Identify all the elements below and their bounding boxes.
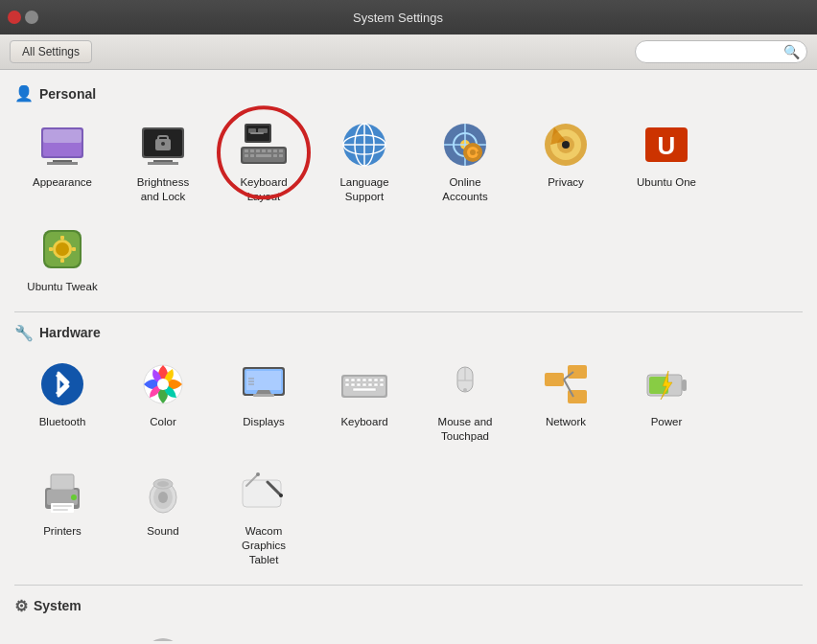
system-item-1-icon xyxy=(37,632,87,642)
svg-rect-19 xyxy=(245,150,248,152)
hardware-items-grid: Bluetooth Color xyxy=(14,352,803,451)
sound-icon xyxy=(138,469,188,518)
toolbar: All Settings 🔍 xyxy=(0,34,817,70)
privacy-label: Privacy xyxy=(548,175,584,190)
keyboard-layout-item[interactable]: KeyboardLayout xyxy=(216,112,312,212)
search-icon: 🔍 xyxy=(783,44,800,59)
sound-item[interactable]: Sound xyxy=(115,461,211,575)
bluetooth-label: Bluetooth xyxy=(39,415,86,429)
svg-rect-23 xyxy=(268,150,271,152)
svg-rect-98 xyxy=(682,380,687,391)
personal-items-grid: Appearance Brightnessand Lock xyxy=(14,112,803,302)
svg-rect-104 xyxy=(51,503,74,513)
ubuntu-one-label: Ubuntu One xyxy=(637,175,696,190)
svg-marker-66 xyxy=(256,390,271,394)
system-item-2-icon xyxy=(138,632,188,642)
personal-section-header: 👤 Personal xyxy=(14,84,803,103)
mouse-touchpad-item[interactable]: Mouse andTouchpad xyxy=(417,352,513,451)
svg-rect-20 xyxy=(250,150,254,152)
svg-rect-25 xyxy=(279,150,283,152)
svg-point-115 xyxy=(256,472,260,476)
wacom-item[interactable]: WacomGraphicsTablet xyxy=(216,461,312,575)
system-items-grid xyxy=(14,625,803,642)
svg-rect-65 xyxy=(246,371,281,390)
svg-point-110 xyxy=(158,492,168,503)
network-item[interactable]: Network xyxy=(518,352,614,451)
ubuntu-tweak-label: Ubuntu Tweak xyxy=(27,280,97,294)
personal-label: Personal xyxy=(39,86,96,102)
online-accounts-item[interactable]: OnlineAccounts xyxy=(417,112,513,212)
svg-rect-27 xyxy=(250,154,254,157)
privacy-item[interactable]: Privacy xyxy=(518,112,614,212)
color-icon xyxy=(138,359,188,409)
svg-rect-80 xyxy=(345,383,349,386)
window-controls[interactable] xyxy=(8,11,38,24)
svg-rect-11 xyxy=(148,162,178,165)
svg-rect-16 xyxy=(250,132,264,134)
svg-rect-107 xyxy=(53,509,68,511)
svg-rect-67 xyxy=(253,394,274,397)
ubuntu-one-item[interactable]: U Ubuntu One xyxy=(619,112,714,212)
privacy-icon xyxy=(541,120,591,170)
svg-point-105 xyxy=(71,494,77,500)
main-content: 👤 Personal Appearance xyxy=(0,70,817,641)
appearance-icon xyxy=(37,120,87,170)
language-support-item[interactable]: LanguageSupport xyxy=(316,112,412,212)
svg-rect-26 xyxy=(245,154,248,157)
svg-point-43 xyxy=(470,150,476,155)
mouse-touchpad-icon xyxy=(440,359,490,409)
svg-point-91 xyxy=(463,388,467,392)
svg-rect-57 xyxy=(60,259,64,263)
keyboard-icon xyxy=(339,359,389,409)
brightness-lock-item[interactable]: Brightnessand Lock xyxy=(115,112,211,212)
svg-text:U: U xyxy=(658,131,676,160)
system-item-2[interactable] xyxy=(115,625,211,642)
displays-icon xyxy=(239,359,289,409)
svg-rect-73 xyxy=(345,379,349,381)
printers-label: Printers xyxy=(43,524,82,539)
svg-rect-77 xyxy=(368,379,372,381)
svg-rect-85 xyxy=(374,383,378,386)
svg-rect-4 xyxy=(47,162,78,165)
printers-icon xyxy=(37,469,87,518)
svg-rect-59 xyxy=(72,247,76,251)
wacom-icon xyxy=(239,469,289,518)
svg-rect-106 xyxy=(53,505,72,507)
svg-rect-103 xyxy=(51,474,74,490)
ubuntu-tweak-icon xyxy=(37,224,87,274)
search-input[interactable] xyxy=(635,40,807,63)
system-item-1[interactable] xyxy=(14,625,110,642)
color-item[interactable]: Color xyxy=(115,352,211,451)
color-label: Color xyxy=(150,415,175,429)
close-button[interactable] xyxy=(8,11,21,24)
svg-rect-56 xyxy=(60,236,64,240)
power-item[interactable]: Power xyxy=(619,352,714,451)
bluetooth-icon xyxy=(37,359,87,409)
system-icon: ⚙ xyxy=(14,597,28,615)
all-settings-button[interactable]: All Settings xyxy=(10,40,92,63)
svg-rect-44 xyxy=(477,151,482,154)
minimize-button[interactable] xyxy=(25,11,38,24)
displays-item[interactable]: Displays xyxy=(216,352,312,451)
svg-point-62 xyxy=(157,379,169,390)
personal-hardware-divider xyxy=(14,311,803,312)
keyboard-item[interactable]: Keyboard xyxy=(316,352,412,451)
personal-icon: 👤 xyxy=(14,84,34,103)
power-icon xyxy=(642,359,691,409)
ubuntu-tweak-item[interactable]: Ubuntu Tweak xyxy=(14,217,110,302)
svg-rect-45 xyxy=(479,149,482,151)
svg-rect-58 xyxy=(49,247,53,251)
bluetooth-item[interactable]: Bluetooth xyxy=(14,352,110,451)
language-support-label: LanguageSupport xyxy=(339,175,388,204)
svg-point-117 xyxy=(279,494,283,497)
printers-item[interactable]: Printers xyxy=(14,461,110,575)
svg-rect-93 xyxy=(568,365,587,379)
mouse-touchpad-label: Mouse andTouchpad xyxy=(438,415,493,444)
appearance-item[interactable]: Appearance xyxy=(14,112,110,212)
svg-rect-21 xyxy=(256,150,260,152)
svg-rect-79 xyxy=(380,379,384,381)
svg-rect-76 xyxy=(362,379,366,381)
svg-rect-87 xyxy=(353,388,376,391)
keyboard-label: Keyboard xyxy=(340,415,387,429)
hardware-system-divider xyxy=(14,585,803,586)
